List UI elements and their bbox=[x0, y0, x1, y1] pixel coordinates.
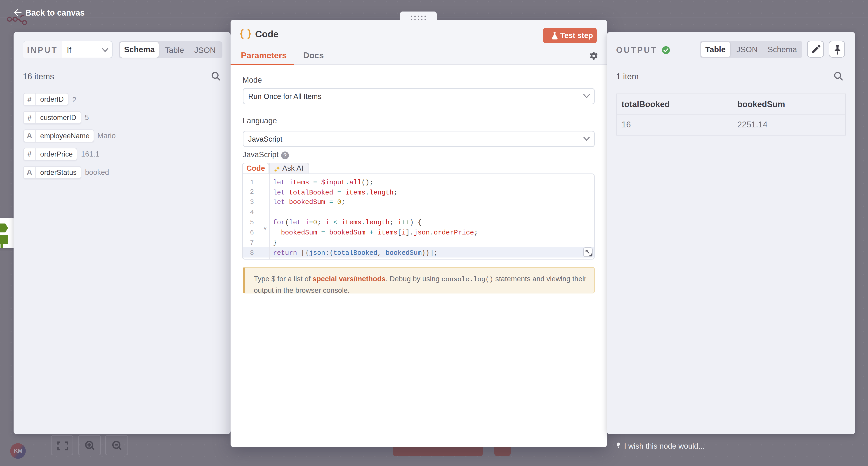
svg-text:?: ? bbox=[283, 152, 286, 158]
